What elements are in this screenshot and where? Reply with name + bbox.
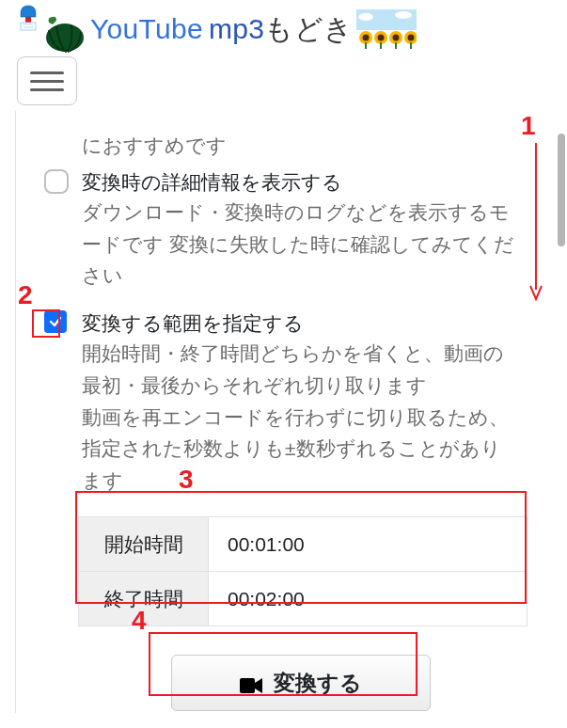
option-show-details-label[interactable]: 変換時の詳細情報を表示する bbox=[82, 167, 520, 198]
option-show-details: 変換時の詳細情報を表示する ダウンロード・変換時のログなどを表示するモードです … bbox=[82, 167, 520, 292]
convert-button-label: 変換する bbox=[274, 669, 362, 698]
svg-point-12 bbox=[378, 35, 385, 41]
table-row: 開始時間 00:01:00 bbox=[79, 517, 528, 572]
time-range-table: 開始時間 00:01:00 終了時間 00:02:00 bbox=[78, 516, 528, 626]
check-icon bbox=[48, 314, 63, 329]
wind-chime-icon bbox=[17, 4, 45, 43]
svg-point-6 bbox=[358, 13, 373, 21]
menu-button[interactable] bbox=[17, 56, 77, 105]
start-time-input[interactable]: 00:01:00 bbox=[209, 517, 528, 572]
brand-logo[interactable]: YouTube mp3 もどき bbox=[17, 9, 550, 49]
svg-point-15 bbox=[393, 35, 400, 41]
option-specify-range-label[interactable]: 変換する範囲を指定する bbox=[82, 309, 520, 339]
svg-point-7 bbox=[395, 11, 412, 19]
scrollbar-thumb[interactable] bbox=[558, 134, 565, 246]
svg-rect-10 bbox=[365, 42, 367, 49]
sunflower-icon bbox=[356, 9, 417, 49]
convert-button[interactable]: 変換する bbox=[171, 655, 431, 711]
svg-rect-19 bbox=[410, 42, 412, 49]
table-row: 終了時間 00:02:00 bbox=[79, 572, 528, 626]
svg-point-9 bbox=[363, 35, 370, 41]
svg-point-18 bbox=[408, 35, 415, 41]
prev-option-desc-tail: におすすめです bbox=[82, 130, 520, 167]
svg-rect-16 bbox=[395, 42, 397, 49]
checkbox-specify-range[interactable] bbox=[44, 310, 67, 333]
option-show-details-desc: ダウンロード・変換時のログなどを表示するモードです 変換に失敗した時に確認してみ… bbox=[82, 197, 520, 292]
end-time-input[interactable]: 00:02:00 bbox=[209, 572, 528, 626]
checkbox-show-details[interactable] bbox=[44, 169, 69, 194]
watermelon-icon bbox=[43, 13, 87, 53]
svg-rect-13 bbox=[380, 42, 382, 49]
svg-rect-20 bbox=[240, 678, 255, 693]
option-specify-range: 変換する範囲を指定する 開始時間・終了時間どちらかを省くと、動画の最初・最後から… bbox=[82, 309, 520, 626]
svg-rect-1 bbox=[21, 23, 36, 30]
brand-text-mp3: mp3 bbox=[209, 13, 264, 45]
end-time-label: 終了時間 bbox=[79, 572, 209, 626]
svg-rect-0 bbox=[25, 17, 31, 23]
brand-text-jp: もどき bbox=[264, 10, 353, 49]
video-icon bbox=[240, 674, 262, 691]
option-specify-range-desc2: 動画を再エンコードを行わずに切り取るため、指定された秒数よりも±数秒ずれることが… bbox=[82, 402, 520, 497]
option-specify-range-desc1: 開始時間・終了時間どちらかを省くと、動画の最初・最後からそれぞれ切り取ります bbox=[82, 338, 520, 401]
brand-text-youtube: YouTube bbox=[90, 13, 203, 45]
start-time-label: 開始時間 bbox=[79, 517, 209, 572]
